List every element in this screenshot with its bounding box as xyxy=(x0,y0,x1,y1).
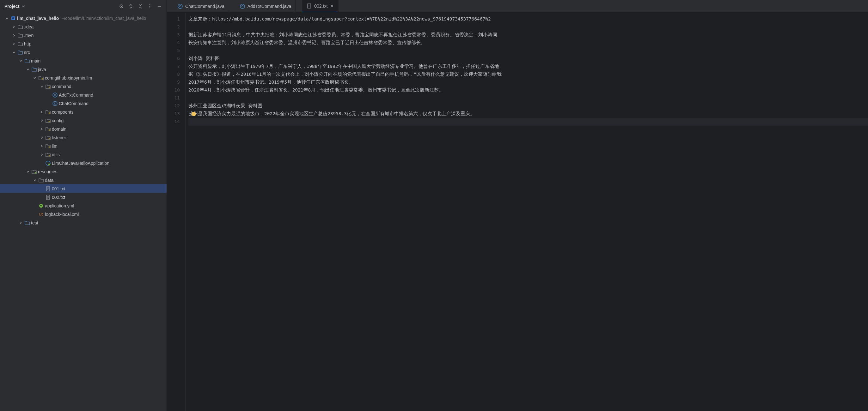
svg-point-7 xyxy=(42,78,43,79)
expand-icon[interactable] xyxy=(39,153,44,156)
svg-point-2 xyxy=(150,4,151,5)
tree-item--mvn[interactable]: .mvn xyxy=(0,31,166,39)
close-icon[interactable]: ✕ xyxy=(330,3,334,8)
code-line[interactable] xyxy=(188,94,868,102)
expand-icon[interactable] xyxy=(11,51,17,54)
tree-item-compoents[interactable]: compoents xyxy=(0,108,166,116)
svg-text:C: C xyxy=(54,102,56,105)
code-text: 苏州工业园区金鸡湖畔夜景 资料图 xyxy=(188,102,262,110)
code-line[interactable]: 据新江苏客户端11日消息，中共中央批准：刘小涛同志任江苏省委委员、常委，曹路宝同… xyxy=(188,31,868,39)
tree-item-src[interactable]: src xyxy=(0,48,166,57)
project-sidebar: Project xyxy=(0,0,167,411)
class-icon: C xyxy=(51,93,59,98)
code-line[interactable]: 2020年4月，刘小涛跨省晋升，任浙江省副省长。2021年8月，他出任浙江省委常… xyxy=(188,86,868,94)
tab-label: ChatCommand.java xyxy=(185,4,224,9)
package-icon xyxy=(37,76,45,80)
tree-item-llm[interactable]: llm xyxy=(0,142,166,150)
expand-icon[interactable] xyxy=(39,128,44,131)
svg-point-16 xyxy=(49,138,50,139)
code-line[interactable]: 2017年6月，刘小涛任潮州市委书记。2019年5月，他转任广东省政府秘书长。 xyxy=(188,78,868,86)
chevron-down-icon[interactable] xyxy=(22,5,25,8)
expand-icon[interactable] xyxy=(39,119,44,122)
code-line[interactable] xyxy=(188,23,868,31)
tree-item-test[interactable]: test xyxy=(0,218,166,227)
tree-label: domain xyxy=(52,127,66,132)
expand-icon[interactable] xyxy=(25,68,30,71)
folder-src-icon xyxy=(23,221,31,225)
tree-item-LlmChatJavaHelloApplication[interactable]: LlmChatJavaHelloApplication xyxy=(0,159,166,167)
sidebar-title: Project xyxy=(4,4,19,9)
tab-ChatCommand-java[interactable]: CChatCommand.java xyxy=(173,0,229,12)
collapse-all-icon[interactable] xyxy=(137,3,143,9)
tree-item--idea[interactable]: .idea xyxy=(0,23,166,31)
line-number: 2 xyxy=(167,23,180,31)
code-line[interactable] xyxy=(188,118,868,126)
code-area[interactable]: 文章来源：https://mbd.baidu.com/newspage/data… xyxy=(186,13,868,411)
project-tree[interactable]: llm_chat_java_hello~/code/llm/LlmInActio… xyxy=(0,13,166,411)
code-text: 刘小涛 资料图 xyxy=(188,55,220,63)
expand-icon[interactable] xyxy=(18,59,23,63)
editor[interactable]: 1234567891011121314 文章来源：https://mbd.bai… xyxy=(167,13,868,411)
code-line[interactable]: 长安街知事注意到，刘小涛原为浙江省委常委、温州市委书记。曹路宝已于近日出任吉林省… xyxy=(188,39,868,47)
tree-item-001-txt[interactable]: 001.txt xyxy=(0,184,166,193)
folder-icon xyxy=(17,42,24,46)
tree-item-utils[interactable]: utils xyxy=(0,150,166,159)
code-line[interactable]: 公开资料显示，刘小涛出生于1970年7月，广东兴宁人，1988年至1992年在中… xyxy=(188,63,868,70)
expand-icon[interactable] xyxy=(39,136,44,139)
code-line[interactable]: 刘小涛 资料图 xyxy=(188,55,868,63)
tree-item-data[interactable]: data xyxy=(0,176,166,184)
expand-icon[interactable] xyxy=(4,17,9,20)
code-text: 苏州是我国经济实力最强的地级市，2022年全市实现地区生产总值23958.3亿元… xyxy=(188,110,475,118)
tree-item-main[interactable]: main xyxy=(0,57,166,65)
code-line[interactable]: 据《汕头日报》报道，在2016年11月的一次党代会上，刘小涛公开向在场的党代表报… xyxy=(188,70,868,78)
tree-label: listener xyxy=(52,135,66,140)
expand-icon[interactable] xyxy=(39,110,44,114)
tree-item-listener[interactable]: listener xyxy=(0,133,166,142)
select-opened-file-icon[interactable] xyxy=(119,3,124,9)
tree-item-AddTxtCommand[interactable]: CAddTxtCommand xyxy=(0,91,166,99)
package-icon xyxy=(44,118,52,123)
tree-item-java[interactable]: java xyxy=(0,65,166,74)
code-line[interactable]: 苏州是我国经济实力最强的地级市，2022年全市实现地区生产总值23958.3亿元… xyxy=(188,110,868,118)
tree-item-com-github-xiaoymin-llm[interactable]: com.github.xiaoymin.llm xyxy=(0,74,166,82)
expand-icon[interactable] xyxy=(11,25,17,28)
tree-item-application-yml[interactable]: application.yml xyxy=(0,201,166,210)
options-icon[interactable] xyxy=(147,3,153,9)
expand-icon[interactable] xyxy=(11,34,17,37)
svg-point-17 xyxy=(49,146,50,148)
expand-icon[interactable] xyxy=(11,42,17,45)
code-line[interactable]: 苏州工业园区金鸡湖畔夜景 资料图 xyxy=(188,102,868,110)
expand-icon[interactable] xyxy=(32,179,37,182)
code-line[interactable]: 文章来源：https://mbd.baidu.com/newspage/data… xyxy=(188,15,868,23)
tree-label: compoents xyxy=(52,109,73,114)
tree-item-ChatCommand[interactable]: CChatCommand xyxy=(0,99,166,108)
tree-label: ChatCommand xyxy=(59,101,89,106)
tab-002-txt[interactable]: 002.txt✕ xyxy=(302,0,339,12)
intention-bulb-icon[interactable] xyxy=(191,112,196,116)
code-text: 据新江苏客户端11日消息，中共中央批准：刘小涛同志任江苏省委委员、常委，曹路宝同… xyxy=(188,31,497,39)
tree-item-domain[interactable]: domain xyxy=(0,125,166,133)
tab-AddTxtCommand-java[interactable]: CAddTxtCommand.java xyxy=(236,0,296,12)
expand-all-icon[interactable] xyxy=(128,3,134,9)
tree-label: LlmChatJavaHelloApplication xyxy=(52,161,110,166)
txt-icon xyxy=(44,186,52,191)
tree-label: resources xyxy=(38,169,57,174)
editor-area: CChatCommand.javaCAddTxtCommand.java002.… xyxy=(167,0,868,411)
tree-label: main xyxy=(31,58,40,63)
expand-icon[interactable] xyxy=(32,76,37,79)
tree-item-config[interactable]: config xyxy=(0,116,166,125)
tree-item-002-txt[interactable]: 002.txt xyxy=(0,193,166,201)
folder-src-icon xyxy=(30,67,38,72)
tree-item-resources[interactable]: resources xyxy=(0,167,166,176)
tree-item-http[interactable]: http xyxy=(0,39,166,48)
expand-icon[interactable] xyxy=(39,145,44,148)
expand-icon[interactable] xyxy=(39,85,44,88)
tree-label: llm_chat_java_hello xyxy=(17,16,59,21)
code-line[interactable] xyxy=(188,47,868,55)
expand-icon[interactable] xyxy=(25,170,30,173)
hide-icon[interactable] xyxy=(156,3,162,9)
expand-icon[interactable] xyxy=(18,221,23,225)
tree-item-llm-chat-java-hello[interactable]: llm_chat_java_hello~/code/llm/LlmInActio… xyxy=(0,14,166,23)
tree-item-command[interactable]: command xyxy=(0,82,166,91)
tree-item-logback-local-xml[interactable]: logback-local.xml xyxy=(0,210,166,218)
